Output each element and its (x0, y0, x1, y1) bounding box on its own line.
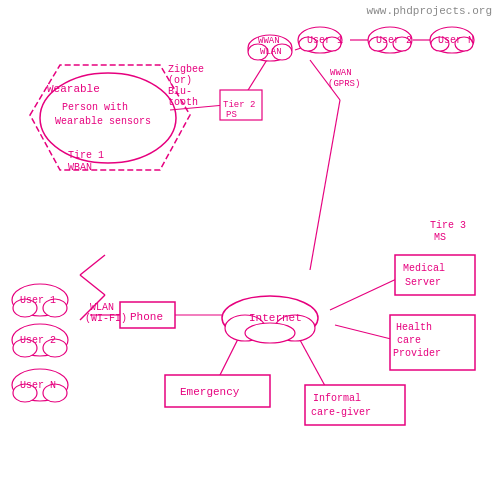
svg-text:Zigbee: Zigbee (168, 64, 204, 75)
svg-text:Server: Server (405, 277, 441, 288)
svg-line-6 (310, 100, 340, 270)
svg-text:(or): (or) (168, 75, 192, 86)
svg-text:User 2: User 2 (20, 335, 56, 346)
svg-rect-38 (305, 385, 405, 425)
svg-text:(WI-FI): (WI-FI) (85, 313, 127, 324)
svg-text:WWAN: WWAN (258, 36, 280, 46)
svg-text:WLAN: WLAN (90, 302, 114, 313)
svg-text:Tire 3: Tire 3 (430, 220, 466, 231)
svg-line-15 (80, 255, 105, 275)
svg-text:Emergency: Emergency (180, 386, 240, 398)
svg-text:(GPRS): (GPRS) (328, 79, 360, 89)
svg-point-34 (245, 323, 295, 343)
svg-text:Health: Health (396, 322, 432, 333)
svg-text:care-giver: care-giver (311, 407, 371, 418)
svg-text:WLAN: WLAN (260, 47, 282, 57)
svg-text:Phone: Phone (130, 311, 163, 323)
svg-text:User 1: User 1 (307, 35, 343, 46)
svg-rect-35 (395, 255, 475, 295)
svg-text:Internet: Internet (249, 312, 302, 324)
svg-text:Tire 1: Tire 1 (68, 150, 104, 161)
svg-text:WBAN: WBAN (68, 162, 92, 173)
svg-text:Wearable sensors: Wearable sensors (55, 116, 151, 127)
svg-text:care: care (397, 335, 421, 346)
svg-text:Wearable: Wearable (47, 83, 100, 95)
svg-text:Person with: Person with (62, 102, 128, 113)
svg-text:MS: MS (434, 232, 446, 243)
svg-line-8 (335, 325, 395, 340)
svg-text:Blu-: Blu- (168, 86, 192, 97)
svg-line-7 (330, 275, 405, 310)
svg-text:Medical: Medical (403, 263, 445, 274)
svg-text:Informal: Informal (313, 393, 361, 404)
svg-text:tooth: tooth (168, 97, 198, 108)
svg-text:Provider: Provider (393, 348, 441, 359)
svg-text:WWAN: WWAN (330, 68, 352, 78)
svg-text:User N: User N (20, 380, 56, 391)
svg-text:User 1: User 1 (20, 295, 56, 306)
svg-line-14 (80, 275, 105, 295)
svg-text:User N: User N (438, 35, 474, 46)
svg-text:PS: PS (226, 110, 237, 120)
svg-text:Tier 2: Tier 2 (223, 100, 255, 110)
svg-text:User 2: User 2 (376, 35, 412, 46)
